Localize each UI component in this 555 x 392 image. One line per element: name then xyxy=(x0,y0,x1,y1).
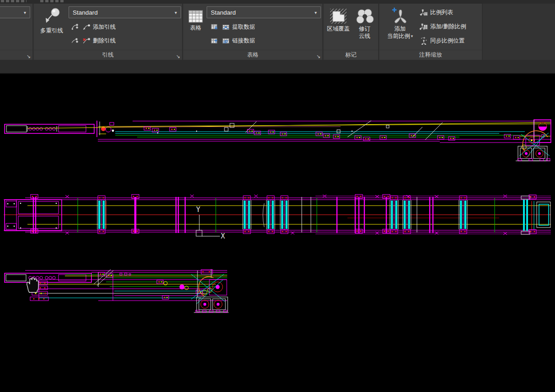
ucs-x-label: X xyxy=(221,232,225,240)
combo-value: Standard xyxy=(211,9,236,16)
ribbon-panel-leaders: 多重引线 Standard ▾ 添加引线 xyxy=(34,4,183,60)
panel-footer-annotation-scaling: 注释缩放 xyxy=(379,50,482,60)
upload-to-source-button[interactable] xyxy=(209,35,220,46)
add-delete-scales-icon xyxy=(420,22,428,31)
multileader-style-combo[interactable]: Standard ▾ xyxy=(69,6,181,18)
table-style-combo[interactable]: Standard ▾ xyxy=(207,6,321,18)
add-current-scale-label-line2: 当前比例 xyxy=(387,33,410,40)
panel-footer-tables: 表格 ↘ xyxy=(183,50,322,60)
panel-title: 引线 xyxy=(102,51,114,59)
ucs-y-label: Y xyxy=(196,206,200,214)
boom-head-assembly xyxy=(516,120,551,161)
combo-value: Standard xyxy=(73,9,98,16)
add-leader-label: 添加引线 xyxy=(93,23,116,31)
add-current-scale-icon xyxy=(390,6,410,26)
chevron-down-icon: ▾ xyxy=(411,34,413,39)
ribbon: ▾ ↘ 多重引线 Standard xyxy=(0,4,555,60)
scale-list-label: 比例列表 xyxy=(430,9,453,16)
revision-cloud-button[interactable]: 修订 云线 xyxy=(352,5,377,53)
add-leader-button[interactable]: 添加引线 xyxy=(82,23,116,31)
text-style-combo[interactable]: ▾ xyxy=(0,6,30,18)
ribbon-panel-text: ▾ ↘ xyxy=(0,4,33,60)
table-button[interactable]: 表格 xyxy=(185,5,207,50)
ribbon-lower-strip xyxy=(0,60,555,74)
chevron-down-icon: ▾ xyxy=(175,10,177,15)
dialog-launcher-icon[interactable]: ↘ xyxy=(176,54,180,59)
leader-collect-button[interactable] xyxy=(69,35,80,46)
dialog-launcher-icon[interactable]: ↘ xyxy=(316,54,320,59)
tab-text-fragment xyxy=(40,0,65,2)
chevron-down-icon: ▾ xyxy=(315,10,317,15)
remove-leader-label: 删除引线 xyxy=(93,37,116,45)
ribbon-panel-tables: 表格 Standard ▾ 提取数据 xyxy=(183,4,323,60)
remove-leader-button[interactable]: 删除引线 xyxy=(82,37,116,45)
multileader-icon xyxy=(42,7,62,27)
panel-title: 标记 xyxy=(345,51,357,59)
sync-scale-positions-label: 同步比例位置 xyxy=(430,37,464,45)
pan-hand-cursor xyxy=(27,278,38,292)
download-from-source-button[interactable] xyxy=(209,21,220,32)
panel-footer-markup: 标记 xyxy=(324,50,378,60)
sync-scale-positions-button[interactable]: 同步比例位置 xyxy=(420,37,464,45)
autocad-window: ▾ ↘ 多重引线 Standard xyxy=(0,0,555,392)
tab-text-fragment xyxy=(1,0,27,2)
revision-cloud-label-line2: 云线 xyxy=(359,33,370,40)
link-data-label: 链接数据 xyxy=(232,37,255,45)
wipeout-label: 区域覆盖 xyxy=(327,26,350,33)
add-delete-scales-label: 添加/删除比例 xyxy=(430,23,466,31)
extract-data-label: 提取数据 xyxy=(232,23,255,31)
panel-footer-text: ↘ xyxy=(0,50,32,60)
ribbon-panel-markup: 区域覆盖 修订 云线 标记 xyxy=(324,4,379,60)
sync-scale-positions-icon xyxy=(420,37,428,45)
add-leader-icon xyxy=(82,23,91,31)
link-data-button[interactable]: 链接数据 xyxy=(222,37,255,45)
ribbon-panel-annotation-scaling: 添加 当前比例 ▾ 比例列表 添加 xyxy=(379,4,483,60)
ucs-icon: Y X xyxy=(196,206,225,240)
ribbon-tab-strip xyxy=(0,0,555,4)
wipeout-icon xyxy=(328,7,348,26)
panel-footer-leaders: 引线 ↘ xyxy=(34,50,182,60)
cad-drawing-bottom-boom xyxy=(5,269,229,313)
panel-title: 注释缩放 xyxy=(419,51,442,59)
table-icon xyxy=(187,8,204,25)
extract-data-icon xyxy=(222,23,230,31)
link-data-icon xyxy=(222,37,230,45)
chevron-down-icon: ▾ xyxy=(24,10,26,15)
revision-cloud-label-line1: 修订 xyxy=(359,26,370,33)
table-label: 表格 xyxy=(190,25,202,32)
multileader-button[interactable]: 多重引线 xyxy=(36,5,68,50)
add-delete-scales-button[interactable]: 添加/删除比例 xyxy=(420,22,466,31)
cad-drawing-top-boom xyxy=(5,120,551,161)
cad-drawing-middle-boom: Y X xyxy=(4,195,551,241)
panel-title: 表格 xyxy=(247,51,259,59)
add-current-scale-button[interactable]: 添加 当前比例 ▾ xyxy=(381,5,419,53)
wipeout-button[interactable]: 区域覆盖 xyxy=(325,5,352,53)
scale-list-icon xyxy=(420,8,428,16)
cad-viewport: Y X xyxy=(0,74,555,392)
scale-list-button[interactable]: 比例列表 xyxy=(420,8,453,16)
remove-leader-icon xyxy=(82,37,91,45)
multileader-label: 多重引线 xyxy=(40,27,63,35)
leader-align-button[interactable] xyxy=(69,21,80,32)
dialog-launcher-icon[interactable]: ↘ xyxy=(27,54,31,59)
revision-cloud-icon xyxy=(355,7,375,26)
add-current-scale-label-line1: 添加 xyxy=(395,26,406,33)
extract-data-button[interactable]: 提取数据 xyxy=(222,23,255,31)
drawing-canvas[interactable]: Y X xyxy=(0,74,555,392)
